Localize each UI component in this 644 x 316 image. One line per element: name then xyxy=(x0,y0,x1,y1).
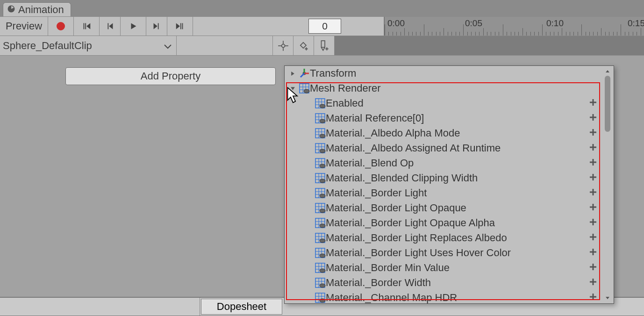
tab-label: Animation xyxy=(18,4,64,16)
ruler-label: 0:00 xyxy=(387,18,405,29)
property-label: Material._Blended Clipping Width xyxy=(326,172,478,184)
property-icon xyxy=(315,143,326,154)
svg-point-35 xyxy=(320,119,325,123)
ruler-label: 0:10 xyxy=(546,18,564,29)
add-property-plus-button[interactable] xyxy=(588,232,599,243)
tree-item-transform[interactable]: Transform xyxy=(285,66,601,81)
svg-point-131 xyxy=(320,299,325,302)
tree-item[interactable]: Enabled xyxy=(285,96,601,111)
svg-point-83 xyxy=(320,209,325,213)
add-property-plus-button[interactable] xyxy=(588,217,599,228)
transform-icon xyxy=(299,68,310,79)
add-property-plus-button[interactable] xyxy=(588,292,599,302)
property-icon xyxy=(315,232,326,244)
add-property-plus-button[interactable] xyxy=(588,247,599,258)
preview-button[interactable]: Preview xyxy=(0,17,48,36)
tree-item[interactable]: Material Reference[0] xyxy=(285,111,601,126)
property-icon xyxy=(315,217,326,229)
add-keyframe-button[interactable] xyxy=(273,36,293,55)
svg-point-75 xyxy=(320,194,325,198)
tree-item[interactable]: Material._Blend Op xyxy=(285,156,601,171)
svg-point-67 xyxy=(320,179,325,183)
svg-rect-9 xyxy=(321,41,325,47)
tree-item[interactable]: Material._Border Light xyxy=(285,186,601,201)
skip-start-icon xyxy=(81,21,92,31)
svg-point-21 xyxy=(304,89,309,93)
tree-item[interactable]: Material._Border Width xyxy=(285,275,601,290)
add-event-button[interactable] xyxy=(314,36,335,55)
record-icon xyxy=(57,22,65,30)
add-property-plus-button[interactable] xyxy=(588,128,599,138)
svg-point-99 xyxy=(320,239,325,243)
property-label: Material._Channel Map HDR xyxy=(326,292,457,303)
popup-scrollbar[interactable] xyxy=(603,67,612,302)
tree-item[interactable]: Material._Border Min Value xyxy=(285,260,601,275)
record-button[interactable] xyxy=(48,17,74,36)
frame-input[interactable]: 0 xyxy=(308,19,341,34)
property-icon xyxy=(315,128,326,139)
tree-item[interactable]: Material._Albedo Assigned At Runtime xyxy=(285,141,601,156)
tree-item[interactable]: Material._Blended Clipping Width xyxy=(285,171,601,186)
tree-item[interactable]: Material._Border Light Opaque xyxy=(285,201,601,215)
last-frame-button[interactable] xyxy=(167,17,193,36)
play-button[interactable] xyxy=(121,17,146,36)
scroll-thumb[interactable] xyxy=(605,76,610,132)
property-icon xyxy=(315,202,326,214)
add-property-plus-button[interactable] xyxy=(588,143,599,153)
svg-point-59 xyxy=(320,164,325,168)
property-label: Material._Blend Op xyxy=(326,157,414,169)
ruler-label: 0:05 xyxy=(465,18,482,29)
timeline-ruler[interactable]: 0:000:050:100:15 xyxy=(384,17,644,36)
property-label: Material._Border Light Uses Hover Color xyxy=(326,247,511,259)
property-label: Material._Albedo Assigned At Runtime xyxy=(326,142,501,154)
tab-animation[interactable]: Animation xyxy=(3,2,71,16)
timeline-track[interactable] xyxy=(335,36,644,55)
svg-rect-6 xyxy=(300,42,306,48)
prev-keyframe-button[interactable] xyxy=(100,17,121,36)
property-icon xyxy=(315,172,326,184)
property-label: Material._Border Light Opaque xyxy=(326,202,466,214)
tree-item[interactable]: Material._Channel Map HDR xyxy=(285,290,601,303)
mesh-renderer-icon xyxy=(299,83,310,94)
diamond-plus-icon xyxy=(298,40,310,52)
tree-item[interactable]: Material._Border Light Replaces Albedo xyxy=(285,230,601,245)
first-frame-button[interactable] xyxy=(74,17,100,36)
scroll-up-icon[interactable] xyxy=(603,67,612,76)
next-keyframe-button[interactable] xyxy=(146,17,167,36)
add-property-plus-button[interactable] xyxy=(588,187,599,198)
collapse-arrow-icon[interactable] xyxy=(286,86,299,91)
add-property-popup: Transform Mesh Renderer EnabledMaterial … xyxy=(284,65,614,304)
property-label: Material._Albedo Alpha Mode xyxy=(326,127,460,139)
add-property-plus-button[interactable] xyxy=(588,277,599,287)
expand-arrow-icon[interactable] xyxy=(286,71,299,76)
property-filter[interactable] xyxy=(177,36,273,55)
tree-item[interactable]: Material._Albedo Alpha Mode xyxy=(285,126,601,141)
add-property-plus-button[interactable] xyxy=(588,202,599,213)
add-property-plus-button[interactable] xyxy=(588,262,599,273)
svg-point-107 xyxy=(320,254,325,258)
add-property-plus-button[interactable] xyxy=(588,98,599,108)
svg-point-51 xyxy=(320,149,325,153)
svg-point-115 xyxy=(320,269,325,273)
svg-rect-1 xyxy=(281,43,285,48)
play-icon xyxy=(128,21,138,31)
property-label: Material._Border Light xyxy=(326,187,427,199)
property-icon xyxy=(315,292,326,303)
add-property-plus-button[interactable] xyxy=(588,172,599,183)
add-property-plus-button[interactable] xyxy=(588,113,599,123)
property-label: Material._Border Light Opaque Alpha xyxy=(326,217,495,229)
dopesheet-tab[interactable]: Dopesheet xyxy=(201,299,282,315)
property-label: Material._Border Min Value xyxy=(326,262,450,274)
add-keyframe-plus-button[interactable] xyxy=(293,36,314,55)
tree-item[interactable]: Material._Border Light Uses Hover Color xyxy=(285,245,601,260)
event-marker-icon xyxy=(318,40,330,52)
tree-item-mesh-renderer[interactable]: Mesh Renderer xyxy=(285,81,601,96)
clip-dropdown[interactable]: Sphere_DefaultClip xyxy=(0,36,177,55)
svg-line-15 xyxy=(301,73,304,77)
property-icon xyxy=(315,158,326,169)
tree-item[interactable]: Material._Border Light Opaque Alpha xyxy=(285,215,601,230)
scroll-down-icon[interactable] xyxy=(603,294,612,302)
property-icon xyxy=(315,277,326,288)
add-property-plus-button[interactable] xyxy=(588,158,599,168)
add-property-button[interactable]: Add Property xyxy=(65,67,276,85)
